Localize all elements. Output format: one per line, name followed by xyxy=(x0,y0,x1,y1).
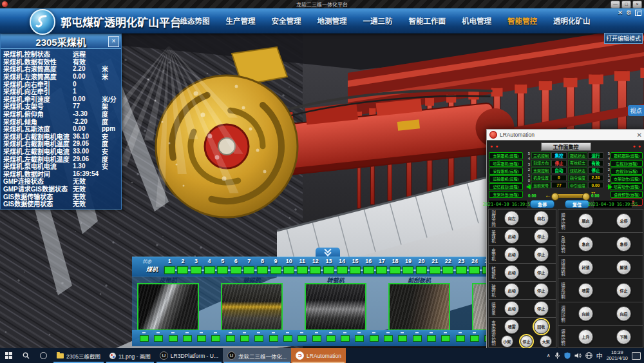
control-button[interactable]: 启动 xyxy=(504,229,519,244)
camera-thumbnail[interactable] xyxy=(388,283,450,331)
follow-mode-button[interactable]: 右截割(远程) xyxy=(611,168,643,175)
shearer-glyph[interactable]: 77 xyxy=(554,194,587,198)
scale-tick: 3 xyxy=(604,162,610,167)
taskbar-app-tab[interactable]: 2305三维截图 xyxy=(52,348,105,363)
settings-gear-icon[interactable]: ⚙ xyxy=(626,10,632,16)
control-button[interactable]: 上升 xyxy=(578,329,593,344)
control-button[interactable]: 停止 xyxy=(534,283,549,298)
follow-mode-button[interactable]: 喷雾跟机(远程) xyxy=(489,160,523,167)
security-shield-icon[interactable] xyxy=(564,352,571,359)
taskbar-app-tab[interactable]: U龙软二三维一体化... xyxy=(223,348,291,363)
reset-button[interactable]: 复位 xyxy=(565,200,589,208)
control-button[interactable]: 急停 xyxy=(616,237,631,251)
control-button[interactable]: 喷雾 xyxy=(504,319,519,334)
camera-thumbnail[interactable] xyxy=(305,283,366,331)
control-button[interactable]: 下降 xyxy=(616,329,631,344)
control-button[interactable]: 向后 xyxy=(616,306,631,321)
control-button[interactable]: 小架 xyxy=(501,335,513,348)
follow-mode-button[interactable]: 跟机跟踪(远程) xyxy=(611,152,643,159)
follow-mode-button[interactable]: 采煤跟机(远程) xyxy=(489,168,523,175)
shearer-position-slider[interactable]: 0.00 ← 77 0.00 xyxy=(528,191,608,200)
lr-titlebar[interactable]: LRAutomation ✕ xyxy=(487,130,644,140)
speaker-icon[interactable] xyxy=(574,352,582,359)
control-button[interactable]: 停止 xyxy=(534,301,549,316)
camera-label: 皮带机 xyxy=(137,276,199,283)
nav-item[interactable]: 安全管理 xyxy=(272,15,301,26)
nav-item[interactable]: 智能工作面 xyxy=(409,15,446,26)
maximize-button[interactable]: □ xyxy=(621,1,631,8)
tray-expand-icon[interactable]: ∧ xyxy=(547,353,551,358)
nav-item[interactable]: 机电管理 xyxy=(462,15,491,26)
nav-item[interactable]: 智能管控 xyxy=(507,15,537,26)
control-button[interactable]: 停止 xyxy=(520,335,533,348)
control-button[interactable]: 喷雾 xyxy=(578,283,593,298)
network-globe-icon[interactable] xyxy=(585,352,592,359)
taskbar-app-tab[interactable]: ƆLRAutomation xyxy=(291,348,346,363)
nav-item[interactable]: 一通三防 xyxy=(363,15,393,26)
control-button[interactable]: 启动 xyxy=(504,283,519,298)
status-label: 当前架号 xyxy=(531,182,551,188)
camera-label: 前刮板机 xyxy=(388,276,450,283)
control-button[interactable]: 总停 xyxy=(616,213,631,228)
follow-mode-button[interactable]: 喷雾动作(远程) xyxy=(611,183,643,190)
support-number: 10 xyxy=(286,258,292,266)
taskbar-app-tab[interactable]: 11.png - 画图 xyxy=(105,348,155,363)
workface-control-tab[interactable]: 工作面集控 xyxy=(541,142,591,151)
microphone-icon[interactable] xyxy=(554,352,560,359)
close-button[interactable]: × xyxy=(632,1,642,8)
support-number: 5 xyxy=(221,258,224,266)
control-button[interactable]: 启动 xyxy=(504,265,519,280)
control-button[interactable]: 停止 xyxy=(534,265,549,280)
nav-item[interactable]: 透明化矿山 xyxy=(553,15,591,26)
tools-icon[interactable]: ✕ xyxy=(618,10,623,16)
open-edit-mode-button[interactable]: 打开编辑模式 xyxy=(604,33,643,44)
collapse-panel-tab[interactable] xyxy=(316,248,340,257)
taskbar-app-tab[interactable]: ULR3DPlatform - U... xyxy=(155,348,223,363)
support-number: 3 xyxy=(194,258,198,266)
ime-indicator[interactable]: 中 xyxy=(596,351,603,360)
follow-mode-button[interactable]: 支架跟机(远程) xyxy=(489,152,523,159)
notification-center-icon[interactable] xyxy=(632,352,641,360)
control-button[interactable]: 解锁 xyxy=(616,260,631,275)
nav-item[interactable]: 地测管理 xyxy=(317,15,347,26)
control-button[interactable]: 启动 xyxy=(504,301,519,316)
clock[interactable]: 16:39 2021/4/10 xyxy=(607,350,628,361)
control-button-area: 割煤方向向左向右采煤机启动停止皮带机启动停止转载机启动停止破碎机启动停止喷雾泵启… xyxy=(487,209,644,348)
follow-mode-button[interactable]: 支架补压(远程) xyxy=(489,191,523,198)
control-button[interactable]: 回收 xyxy=(534,319,549,334)
estop-button[interactable]: 急停 xyxy=(530,200,554,208)
support-cell: 5 xyxy=(216,258,229,274)
minimize-button[interactable]: — xyxy=(611,1,620,8)
lr-window-title: LRAutomation xyxy=(500,132,535,138)
control-button[interactable]: 闭锁 xyxy=(578,260,593,275)
status-row: 三机控制集控 xyxy=(531,152,567,159)
follow-mode-button[interactable]: 支架动作(远程) xyxy=(611,175,643,182)
viewpoint-tab[interactable]: 视点 xyxy=(628,105,644,116)
control-button[interactable]: 顺启 xyxy=(578,213,593,228)
control-button[interactable]: 停止 xyxy=(616,283,631,298)
follow-mode-button[interactable]: 记忆截割(远程) xyxy=(489,183,523,190)
search-button[interactable] xyxy=(17,348,35,363)
nav-item[interactable]: 三维态势图 xyxy=(173,15,210,26)
restore-window-icon[interactable] xyxy=(635,10,641,16)
control-button[interactable]: 停止 xyxy=(534,247,549,262)
follow-mode-button[interactable]: 语音预警(远程) xyxy=(611,191,643,198)
control-button[interactable]: 启动 xyxy=(504,247,519,262)
start-button[interactable] xyxy=(0,348,17,363)
follow-mode-button[interactable]: 运输跟机(远程) xyxy=(489,175,523,182)
nav-item[interactable]: 生产管理 xyxy=(226,15,256,26)
close-icon[interactable]: ✕ xyxy=(637,132,642,139)
status-label: 状态 xyxy=(142,258,151,264)
control-button[interactable]: 向左 xyxy=(504,211,519,226)
close-icon[interactable]: × xyxy=(108,36,119,47)
camera-thumbnail[interactable] xyxy=(137,283,199,331)
control-button[interactable]: 向右 xyxy=(534,211,549,226)
control-button[interactable]: 停止 xyxy=(534,229,549,244)
control-button[interactable]: 大架 xyxy=(540,335,552,348)
control-button[interactable]: 急启 xyxy=(578,237,593,251)
control-button[interactable]: 向前 xyxy=(578,306,593,321)
task-view-button[interactable] xyxy=(35,348,52,363)
camera-thumbnail[interactable] xyxy=(221,283,283,331)
follow-mode-button[interactable]: 左截割(远程) xyxy=(611,160,643,167)
arrow-left-icon: ← xyxy=(545,191,551,199)
